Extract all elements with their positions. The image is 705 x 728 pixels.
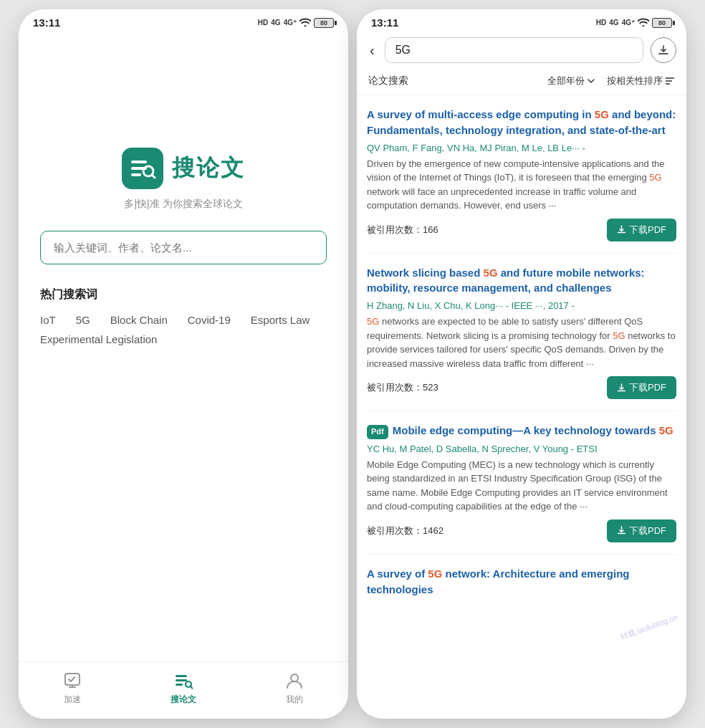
result-abstract-2: 5G networks are expected to be able to s… [367, 315, 676, 370]
result-title-2[interactable]: Network slicing based 5G and future mobi… [367, 265, 676, 297]
results-list: A survey of multi-access edge computing … [357, 95, 686, 719]
app-logo-icon [122, 148, 163, 189]
nav-label-speedup: 加速 [64, 694, 81, 706]
cite-count-2: 被引用次数：523 [367, 381, 438, 394]
hot-tag-blockchain[interactable]: Block Chain [110, 314, 168, 326]
nav-item-speedup[interactable]: 加速 [62, 671, 82, 706]
result-footer-3: 被引用次数：1462 下载PDF [367, 519, 676, 542]
filter-year[interactable]: 全部年份 [547, 75, 595, 87]
status-time-right: 13:11 [371, 16, 398, 29]
svg-rect-2 [131, 173, 141, 176]
cite-count-1: 被引用次数：166 [367, 224, 438, 236]
nav-item-mine[interactable]: 我的 [284, 671, 304, 706]
svg-rect-6 [176, 675, 187, 677]
result-card-1: A survey of multi-access edge computing … [367, 95, 676, 254]
back-button[interactable]: ‹ [367, 39, 378, 62]
pdf-badge-3: Pdf [367, 425, 388, 439]
logo-area: 搜论文 [122, 148, 245, 189]
hot-tag-covid[interactable]: Covid-19 [188, 314, 231, 326]
4gplus-icon-r: 4G⁺ [622, 19, 635, 27]
pdf-button-2[interactable]: 下载PDF [607, 376, 676, 399]
result-authors-3: YC Hu, M Patel, D Sabella, N Sprecher, V… [367, 444, 676, 454]
pdf-button-3[interactable]: 下载PDF [607, 519, 676, 542]
filter-bar: 论文搜索 全部年份 按相关性排序 [357, 70, 686, 95]
result-abstract-3: Mobile Edge Computing (MEC) is a new tec… [367, 458, 676, 514]
pdf-button-1[interactable]: 下载PDF [607, 219, 676, 241]
svg-line-4 [152, 175, 155, 178]
result-abstract-1: Driven by the emergence of new compute-i… [367, 157, 676, 213]
speedup-icon [62, 671, 82, 691]
result-card-4: A survey of 5G network: Architecture and… [367, 555, 676, 615]
svg-point-11 [291, 674, 298, 681]
hot-tag-esports[interactable]: Esports Law [251, 314, 310, 326]
4gplus-icon: 4G⁺ [284, 19, 297, 27]
4g-icon-r: 4G [609, 19, 618, 27]
result-card-3: PdfMobile edge computing—A key technolog… [367, 411, 676, 555]
nav-label-mine: 我的 [286, 694, 303, 706]
download-button[interactable] [651, 37, 676, 63]
hot-section-title: 热门搜索词 [40, 287, 327, 302]
result-footer-2: 被引用次数：523 下载PDF [367, 376, 676, 399]
search-bar [385, 37, 643, 63]
hot-tags-container: IoT 5G Block Chain Covid-19 Esports Law … [40, 314, 327, 345]
svg-rect-8 [176, 684, 183, 686]
cite-count-3: 被引用次数：1462 [367, 525, 443, 537]
filter-sort[interactable]: 按相关性排序 [607, 75, 675, 87]
battery-icon: 80 [314, 18, 334, 28]
wifi-icon [299, 18, 311, 28]
mine-icon [284, 671, 304, 691]
result-search-input[interactable] [395, 44, 633, 57]
4g-icon: 4G [271, 19, 280, 27]
nav-label-search: 搜论文 [171, 694, 196, 706]
result-footer-1: 被引用次数：166 下载PDF [367, 219, 676, 241]
wifi-icon-r [638, 18, 649, 28]
svg-line-10 [191, 686, 193, 689]
result-authors-2: H Zhang, N Liu, X Chu, K Long··· - IEEE … [367, 300, 676, 311]
hd-icon: HD [258, 19, 268, 27]
hd-icon-r: HD [596, 19, 606, 27]
svg-rect-7 [176, 679, 187, 681]
home-search-input[interactable] [40, 231, 327, 264]
search-nav-icon [173, 671, 193, 691]
result-title-3[interactable]: PdfMobile edge computing—A key technolog… [367, 423, 676, 439]
hot-tag-iot[interactable]: IoT [40, 314, 56, 326]
bottom-nav: 加速 搜论文 [19, 661, 348, 719]
result-authors-1: QV Pham, F Fang, VN Ha, MJ Piran, M Le, … [367, 143, 676, 153]
battery-icon-r: 80 [652, 18, 672, 28]
app-name: 搜论文 [172, 153, 245, 184]
result-title-1[interactable]: A survey of multi-access edge computing … [367, 107, 676, 138]
nav-item-search[interactable]: 搜论文 [171, 671, 196, 706]
hot-tag-5g[interactable]: 5G [76, 314, 90, 326]
hot-tag-experimental[interactable]: Experimental Legislation [40, 333, 157, 345]
svg-rect-0 [131, 161, 147, 163]
status-time-left: 13:11 [33, 16, 60, 29]
result-title-4[interactable]: A survey of 5G network: Architecture and… [367, 566, 676, 603]
app-subtitle: 多|快|准 为你搜索全球论文 [124, 198, 242, 211]
result-card-2: Network slicing based 5G and future mobi… [367, 254, 676, 412]
filter-label: 论文搜索 [368, 75, 408, 87]
search-header: ‹ [357, 33, 686, 70]
